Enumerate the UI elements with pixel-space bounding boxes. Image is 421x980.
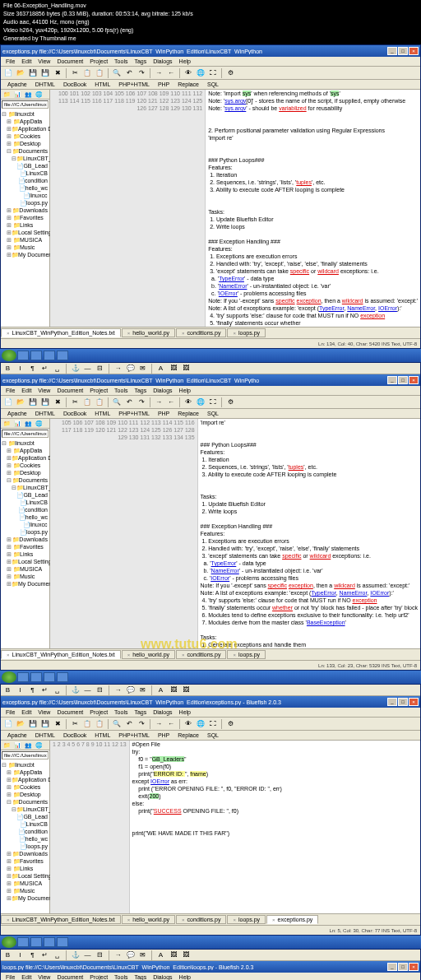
tree-item[interactable]: ⊞📁MUSICA (2, 880, 49, 887)
lang-html[interactable]: HTML (91, 80, 113, 89)
image-icon[interactable]: 🖼 (168, 685, 178, 695)
browser-icon[interactable]: 🌐 (195, 397, 206, 408)
close-tab-icon[interactable]: × (127, 653, 131, 657)
menu-view[interactable]: View (35, 973, 53, 980)
globe-icon[interactable]: 🌐 (35, 420, 43, 428)
close-tab-icon[interactable]: × (127, 917, 131, 922)
task-item[interactable] (17, 351, 29, 360)
lang-html[interactable]: HTML (91, 409, 113, 418)
thumb-icon[interactable]: 🖼 (180, 685, 191, 695)
lang-replace[interactable]: Replace (174, 80, 202, 89)
right-icon[interactable]: → (113, 364, 123, 374)
path-input[interactable]: file:///C:/Users/linux (2, 100, 49, 109)
tree-item[interactable]: ⊞📁Downloads (2, 536, 49, 543)
lang-docbook[interactable]: DocBook (60, 409, 90, 418)
nbsp-icon[interactable]: ␣ (52, 364, 62, 374)
bold-icon[interactable]: B (2, 364, 13, 374)
settings-icon[interactable]: ⚙ (224, 718, 236, 730)
task-item[interactable] (17, 672, 29, 682)
maximize-button[interactable]: □ (398, 698, 408, 706)
open-icon[interactable]: 📂 (15, 718, 26, 730)
tree-item[interactable]: ⊞📁My Document (2, 580, 49, 588)
menu-dialogs[interactable]: Dialogs (150, 973, 175, 980)
lang-phphtml[interactable]: PHP+HTML (115, 80, 153, 89)
center-icon[interactable]: ⊟ (95, 950, 105, 960)
tree-item[interactable]: 📄condition (2, 506, 49, 513)
tree-item[interactable]: ⊟📁LinuxCBT_V (2, 484, 49, 491)
chart-icon[interactable]: 📊 (13, 741, 21, 750)
maximize-button[interactable]: □ (398, 963, 408, 971)
search-icon[interactable]: 🔍 (111, 718, 123, 730)
undo-icon[interactable]: ↶ (123, 67, 135, 79)
hr-icon[interactable]: — (82, 685, 93, 695)
close-tab-icon[interactable]: × (182, 917, 185, 922)
titlebar[interactable]: exceptions.py file://C:\Users\linuxcbt\D… (1, 696, 420, 708)
thumb-icon[interactable]: 🖼 (180, 364, 191, 374)
paste-icon[interactable]: 📋 (94, 67, 105, 79)
tree-item[interactable]: 📄condition (2, 177, 49, 184)
tree-item[interactable]: ⊞📁Music (2, 244, 49, 251)
folder-icon[interactable]: 📁 (2, 91, 11, 99)
tree-item[interactable]: ⊞📁Application D (2, 776, 49, 783)
tree-item[interactable]: 📄LinuxCB (2, 170, 49, 177)
tree-item[interactable]: ⊟📁Documents (2, 147, 49, 155)
file-tab[interactable]: ×hello_world.py (122, 328, 175, 337)
file-tab[interactable]: ×loops.py (227, 328, 266, 337)
para-icon[interactable]: ¶ (27, 364, 38, 374)
center-icon[interactable]: ⊟ (95, 364, 105, 374)
people-icon[interactable]: 👥 (24, 420, 32, 428)
tree-item[interactable]: ⊞📁My Document (2, 251, 49, 258)
task-item[interactable] (17, 937, 29, 947)
code-area[interactable]: #Open Filetry: f0 = "GB_Leaders" f1 = op… (130, 741, 420, 913)
minimize-button[interactable]: _ (387, 47, 397, 55)
menu-help[interactable]: Help (176, 57, 194, 66)
open-icon[interactable]: 📂 (15, 67, 26, 79)
preview-icon[interactable]: 👁 (183, 67, 194, 79)
lang-sql[interactable]: SQL (204, 80, 222, 89)
search-icon[interactable]: 🔍 (111, 397, 123, 408)
tree-item[interactable]: ⊞📁AppData (2, 118, 49, 125)
right-icon[interactable]: → (113, 950, 123, 960)
file-tab[interactable]: ×LinuxCBT_WinPython_Edition_Notes.txt (1, 650, 121, 659)
tree-item[interactable]: ⊟📁Documents (2, 476, 49, 484)
tree-item[interactable]: ⊞📁Application D (2, 454, 49, 462)
tree-item[interactable]: ⊞📁Music (2, 887, 49, 894)
tree-item[interactable]: ⊟📁LinuxCBT_V (2, 155, 49, 162)
para-icon[interactable]: ¶ (27, 685, 38, 695)
tree-item[interactable]: 📄loops.py (2, 843, 49, 850)
close-file-icon[interactable]: ✖ (52, 718, 63, 730)
open-icon[interactable]: 📂 (15, 397, 26, 408)
menu-document[interactable]: Document (53, 708, 86, 717)
menu-document[interactable]: Document (53, 973, 86, 980)
lang-docbook[interactable]: DocBook (60, 80, 90, 89)
lang-php[interactable]: PHP (155, 731, 173, 740)
tree-item[interactable]: ⊟📁linuxcbt (2, 110, 49, 118)
undo-icon[interactable]: ↶ (123, 397, 135, 408)
unindent-icon[interactable]: ← (165, 67, 177, 79)
tree-item[interactable]: ⊞📁Favorites (2, 214, 49, 221)
cut-icon[interactable]: ✂ (69, 397, 81, 408)
titlebar[interactable]: loops.py file://C:\Users\linuxcbt\Docume… (1, 961, 420, 973)
close-tab-icon[interactable]: × (233, 653, 236, 657)
code-area[interactable]: Note: 'import sys' when referencing meth… (206, 90, 420, 327)
tree-item[interactable]: 📄GB_Lead (2, 813, 49, 820)
font-icon[interactable]: A (155, 364, 166, 374)
lang-replace[interactable]: Replace (174, 409, 202, 418)
close-tab-icon[interactable]: × (233, 331, 236, 336)
tree-item[interactable]: ⊞📁Local Settings (2, 872, 49, 880)
email-icon[interactable]: ✉ (137, 364, 148, 374)
settings-icon[interactable]: ⚙ (224, 67, 236, 79)
task-item[interactable] (44, 672, 55, 682)
menu-dialogs[interactable]: Dialogs (150, 708, 175, 717)
lang-dhtml[interactable]: DHTML (32, 731, 58, 740)
menu-dialogs[interactable]: Dialogs (150, 386, 175, 395)
menu-file[interactable]: File (2, 386, 18, 395)
menu-project[interactable]: Project (86, 386, 111, 395)
redo-icon[interactable]: ↷ (136, 397, 147, 408)
copy-icon[interactable]: 📋 (81, 718, 93, 730)
code-editor[interactable]: 105 106 107 108 109 110 111 112 113 114 … (50, 419, 420, 648)
new-icon[interactable]: 📄 (2, 397, 14, 408)
close-tab-icon[interactable]: × (272, 917, 275, 922)
menu-dialogs[interactable]: Dialogs (150, 57, 175, 66)
save-as-icon[interactable]: 💾 (39, 67, 51, 79)
